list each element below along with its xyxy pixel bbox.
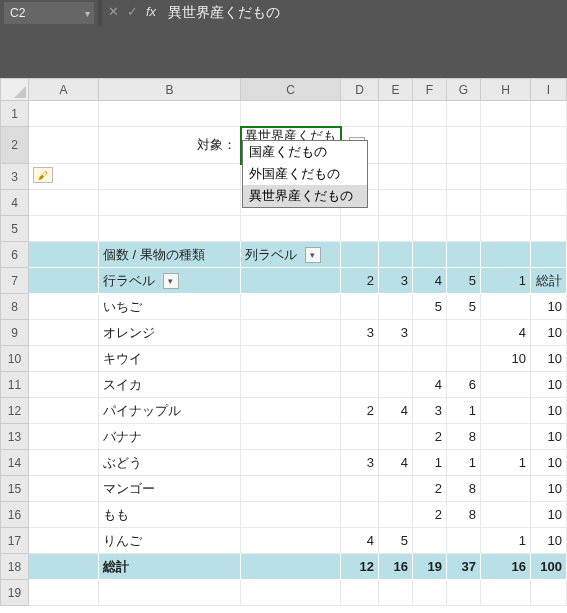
- row-header[interactable]: 8: [1, 294, 29, 320]
- pivot-row-label[interactable]: もも: [99, 502, 241, 528]
- row-header[interactable]: 17: [1, 528, 29, 554]
- cell[interactable]: [29, 476, 99, 502]
- cell[interactable]: [341, 580, 379, 606]
- row-header[interactable]: 12: [1, 398, 29, 424]
- cell[interactable]: [447, 580, 481, 606]
- pivot-value[interactable]: 5: [379, 528, 413, 554]
- cell[interactable]: [447, 190, 481, 216]
- pivot-value[interactable]: [379, 372, 413, 398]
- cell[interactable]: [29, 190, 99, 216]
- pivot-value[interactable]: [341, 346, 379, 372]
- row-header[interactable]: 6: [1, 242, 29, 268]
- pivot-value[interactable]: [481, 502, 531, 528]
- pivot-value[interactable]: 4: [481, 320, 531, 346]
- cell[interactable]: [29, 216, 99, 242]
- row-header[interactable]: 1: [1, 101, 29, 127]
- pivot-row-label[interactable]: りんご: [99, 528, 241, 554]
- pivot-row-label[interactable]: マンゴー: [99, 476, 241, 502]
- pivot-value[interactable]: 5: [413, 294, 447, 320]
- row-header[interactable]: 9: [1, 320, 29, 346]
- cell[interactable]: [29, 101, 99, 127]
- cell[interactable]: [29, 450, 99, 476]
- cell[interactable]: [531, 580, 567, 606]
- cell[interactable]: [413, 242, 447, 268]
- pivot-value[interactable]: 5: [447, 294, 481, 320]
- pivot-value[interactable]: [413, 528, 447, 554]
- cell[interactable]: [531, 242, 567, 268]
- cell[interactable]: [241, 268, 341, 294]
- row-header[interactable]: 4: [1, 190, 29, 216]
- cell[interactable]: [29, 242, 99, 268]
- pivot-value[interactable]: 10: [531, 424, 567, 450]
- cell[interactable]: [29, 580, 99, 606]
- cell[interactable]: [481, 127, 531, 164]
- pivot-value[interactable]: [481, 398, 531, 424]
- pivot-row-label[interactable]: キウイ: [99, 346, 241, 372]
- cell[interactable]: [447, 127, 481, 164]
- dropdown-option-selected[interactable]: 異世界産くだもの: [243, 185, 367, 207]
- pivot-value[interactable]: 2: [341, 398, 379, 424]
- pivot-col-header[interactable]: 5: [447, 268, 481, 294]
- cell[interactable]: [29, 372, 99, 398]
- pivot-col-header[interactable]: 1: [481, 268, 531, 294]
- cell[interactable]: [481, 101, 531, 127]
- pivot-value[interactable]: 1: [447, 450, 481, 476]
- pivot-value[interactable]: [481, 424, 531, 450]
- cell[interactable]: [481, 216, 531, 242]
- cell[interactable]: [29, 320, 99, 346]
- pivot-value[interactable]: [341, 476, 379, 502]
- pivot-value[interactable]: [341, 294, 379, 320]
- pivot-value[interactable]: [447, 528, 481, 554]
- row-labels-dropdown[interactable]: ▾: [163, 273, 179, 289]
- row-header[interactable]: 7: [1, 268, 29, 294]
- cell[interactable]: [99, 164, 241, 190]
- row-header[interactable]: 16: [1, 502, 29, 528]
- pivot-col-header[interactable]: 4: [413, 268, 447, 294]
- filter-label-cell[interactable]: 対象：: [99, 127, 241, 164]
- col-header[interactable]: A: [29, 79, 99, 101]
- pivot-total-value[interactable]: 37: [447, 554, 481, 580]
- cell[interactable]: [29, 528, 99, 554]
- cell[interactable]: [241, 424, 341, 450]
- cell[interactable]: [341, 216, 379, 242]
- pivot-value[interactable]: 1: [481, 450, 531, 476]
- pivot-row-label[interactable]: バナナ: [99, 424, 241, 450]
- pivot-value[interactable]: 3: [413, 398, 447, 424]
- pivot-value[interactable]: 4: [341, 528, 379, 554]
- cell[interactable]: [241, 372, 341, 398]
- pivot-col-header[interactable]: 2: [341, 268, 379, 294]
- cell[interactable]: [379, 580, 413, 606]
- pivot-value[interactable]: 4: [379, 450, 413, 476]
- cell[interactable]: [413, 580, 447, 606]
- cell[interactable]: [531, 101, 567, 127]
- pivot-value[interactable]: 10: [531, 398, 567, 424]
- cell[interactable]: [413, 127, 447, 164]
- cell[interactable]: [29, 554, 99, 580]
- cell[interactable]: [29, 502, 99, 528]
- cell[interactable]: [379, 101, 413, 127]
- pivot-value[interactable]: 8: [447, 424, 481, 450]
- pivot-value[interactable]: 2: [413, 502, 447, 528]
- cell[interactable]: [447, 101, 481, 127]
- col-header[interactable]: I: [531, 79, 567, 101]
- pivot-value[interactable]: 10: [531, 294, 567, 320]
- cell[interactable]: [481, 164, 531, 190]
- cell[interactable]: [29, 398, 99, 424]
- cell[interactable]: [241, 320, 341, 346]
- pivot-row-label[interactable]: パイナップル: [99, 398, 241, 424]
- dropdown-option[interactable]: 国産くだもの: [243, 141, 367, 163]
- cell[interactable]: [241, 294, 341, 320]
- row-header[interactable]: 13: [1, 424, 29, 450]
- pivot-value[interactable]: 6: [447, 372, 481, 398]
- cell[interactable]: [447, 164, 481, 190]
- pivot-value[interactable]: [379, 424, 413, 450]
- pivot-value[interactable]: 8: [447, 502, 481, 528]
- pivot-value[interactable]: [481, 294, 531, 320]
- row-header[interactable]: 15: [1, 476, 29, 502]
- row-header[interactable]: 10: [1, 346, 29, 372]
- cell[interactable]: [241, 580, 341, 606]
- cell[interactable]: [241, 554, 341, 580]
- pivot-value[interactable]: 3: [379, 320, 413, 346]
- accept-icon[interactable]: ✓: [127, 4, 138, 19]
- pivot-value[interactable]: [447, 320, 481, 346]
